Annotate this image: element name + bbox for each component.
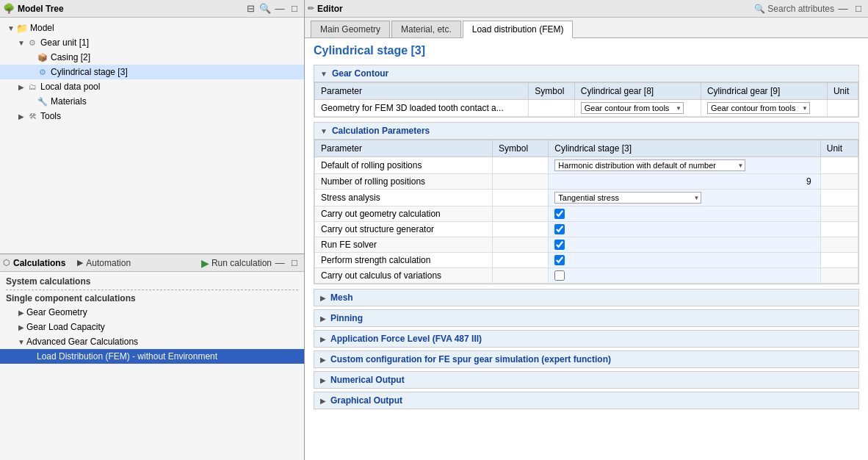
tree-label-tools: Tools: [40, 111, 61, 121]
tree-item-materials[interactable]: ▶ 🔧 Materials: [0, 94, 304, 109]
val-geom-calc[interactable]: [549, 206, 820, 222]
tabs-bar: Main Geometry Material, etc. Load distri…: [305, 18, 868, 38]
calc-item-adv-gear[interactable]: ▼ Advanced Gear Calculations: [0, 334, 304, 349]
calc-params-arrow: ▼: [320, 127, 328, 135]
sym-struct-gen: [493, 222, 549, 237]
sym-calculus: [493, 268, 549, 284]
gear-contour-arrow: ▼: [320, 70, 328, 78]
automation-label[interactable]: Automation: [86, 258, 131, 268]
val-cyl8-geom[interactable]: Gear contour from tools: [574, 100, 701, 117]
custom-config-title: Custom configuration for FE spur gear si…: [330, 354, 611, 364]
calc-title: Calculations: [13, 258, 65, 268]
editor-title: Editor: [317, 4, 343, 14]
stress-analysis-select[interactable]: Tangential stress: [554, 192, 701, 204]
tab-material[interactable]: Material, etc.: [391, 21, 461, 37]
tree-item-casing[interactable]: ▶ 📦 Casing [2]: [0, 50, 304, 65]
expand-arrow-adv-gear[interactable]: ▼: [16, 338, 26, 346]
max-calc-btn[interactable]: □: [288, 256, 301, 270]
minimize-tree-btn[interactable]: —: [273, 2, 286, 15]
single-comp-label: Single component calculations: [0, 292, 304, 305]
calculus-checkbox[interactable]: [554, 270, 565, 281]
tree-label-casing: Casing [2]: [51, 52, 90, 62]
unit-stress: [820, 190, 858, 206]
calc-item-load-dist[interactable]: ▶ Load Distribution (FEM) - without Envi…: [0, 349, 304, 364]
rolling-default-select[interactable]: Harmonic distribution with default of nu…: [554, 159, 745, 171]
struct-gen-checkbox[interactable]: [554, 224, 565, 234]
val-fe-solver[interactable]: [549, 237, 820, 253]
strength-calc-checkbox[interactable]: [554, 255, 565, 265]
unit-cell-geom: [827, 100, 858, 117]
val-rolling-num: 9: [549, 174, 820, 190]
gear-contour-9-select[interactable]: Gear contour from tools: [707, 102, 810, 114]
symbol-cell-geom: [529, 100, 574, 117]
expand-arrow-gear-unit[interactable]: ▼: [16, 39, 26, 47]
calc-item-gear-load[interactable]: ▶ Gear Load Capacity: [0, 320, 304, 334]
calc-header: ⬡ Calculations ▶ Automation ▶ Run calcul…: [0, 254, 304, 272]
col-parameter: Parameter: [315, 83, 529, 100]
val-calculus[interactable]: [549, 268, 820, 284]
casing-icon: 📦: [37, 51, 48, 63]
expand-arrow-local-data[interactable]: ▶: [16, 83, 26, 91]
collapse-all-btn[interactable]: ⊟: [244, 2, 257, 15]
calc-content: System calculations Single component cal…: [0, 272, 304, 460]
val-stress[interactable]: Tangential stress: [549, 190, 820, 206]
app-force-section[interactable]: ▶ Application Force Level (FVA 487 III): [314, 330, 859, 348]
tree-item-model[interactable]: ▼ 📁 Model: [0, 21, 304, 35]
gear-contour-header[interactable]: ▼ Gear Contour: [314, 65, 858, 82]
gear-contour-table: Parameter Symbol Cylindrical gear [8] Cy…: [314, 82, 858, 117]
expand-arrow-model[interactable]: ▼: [6, 24, 16, 32]
editor-header: ✏ Editor 🔍 Search attributes — □: [305, 0, 868, 18]
calc-icon: ⬡: [3, 258, 10, 267]
val-struct-gen[interactable]: [549, 222, 820, 237]
tab-main-geometry[interactable]: Main Geometry: [311, 21, 390, 37]
expand-arrow-gear-geom[interactable]: ▶: [16, 309, 26, 317]
custom-config-arrow: ▶: [320, 356, 326, 364]
graph-output-section[interactable]: ▶ Graphical Output: [314, 392, 859, 409]
mesh-title: Mesh: [330, 292, 353, 303]
tree-item-tools[interactable]: ▶ 🛠 Tools: [0, 109, 304, 123]
tree-item-gear-unit[interactable]: ▼ ⚙ Gear unit [1]: [0, 35, 304, 50]
calc-params-header[interactable]: ▼ Calculation Parameters: [314, 123, 858, 140]
tree-label-local-data: Local data pool: [40, 82, 100, 92]
sym-rolling-default: [493, 157, 549, 174]
val-strength-calc[interactable]: [549, 253, 820, 268]
calc-label-gear-geom: Gear Geometry: [26, 307, 87, 317]
expand-arrow-gear-load[interactable]: ▶: [16, 323, 26, 331]
tree-label-materials: Materials: [51, 96, 87, 107]
run-calc-btn[interactable]: ▶ Run calculation: [201, 257, 272, 269]
min-calc-btn[interactable]: —: [273, 256, 286, 270]
min-editor-btn[interactable]: —: [836, 2, 850, 15]
tab-load-distribution[interactable]: Load distribution (FEM): [463, 21, 574, 38]
geom-calc-checkbox[interactable]: [554, 209, 565, 219]
max-editor-btn[interactable]: □: [852, 2, 865, 15]
pinning-section[interactable]: ▶ Pinning: [314, 309, 859, 327]
mesh-arrow: ▶: [320, 294, 326, 302]
sym-stress: [493, 190, 549, 206]
fe-solver-checkbox[interactable]: [554, 240, 565, 250]
expand-arrow-tools[interactable]: ▶: [16, 112, 26, 121]
num-output-section[interactable]: ▶ Numerical Output: [314, 371, 859, 389]
col-parameter-cp: Parameter: [315, 140, 493, 157]
cyl-stage-icon: ⚙: [37, 66, 48, 78]
maximize-tree-btn[interactable]: □: [288, 2, 301, 15]
tree-icon: 🌳: [3, 3, 15, 14]
sym-strength-calc: [493, 253, 549, 268]
val-rolling-default[interactable]: Harmonic distribution with default of nu…: [549, 157, 820, 174]
pinning-arrow: ▶: [320, 315, 326, 323]
custom-config-section[interactable]: ▶ Custom configuration for FE spur gear …: [314, 351, 859, 368]
graph-output-arrow: ▶: [320, 397, 326, 405]
unit-rolling-default: [820, 157, 858, 174]
val-cyl9-geom[interactable]: Gear contour from tools: [701, 100, 827, 117]
param-rolling-num: Number of rolling positions: [315, 174, 493, 190]
search-attributes-label[interactable]: Search attributes: [767, 4, 834, 14]
gear-contour-8-select[interactable]: Gear contour from tools: [581, 102, 684, 114]
calc-item-gear-geom[interactable]: ▶ Gear Geometry: [0, 305, 304, 320]
tree-item-cylindrical-stage[interactable]: ▶ ⚙ Cylindrical stage [3]: [0, 65, 304, 79]
folder-icon-model: 📁: [16, 22, 28, 34]
mesh-section[interactable]: ▶ Mesh: [314, 289, 859, 306]
param-geom-calc: Carry out geometry calculation: [315, 206, 493, 222]
tree-item-local-data[interactable]: ▶ 🗂 Local data pool: [0, 79, 304, 94]
search-tree-btn[interactable]: 🔍: [258, 2, 272, 15]
app-force-title: Application Force Level (FVA 487 III): [330, 334, 482, 344]
col-symbol: Symbol: [529, 83, 574, 100]
